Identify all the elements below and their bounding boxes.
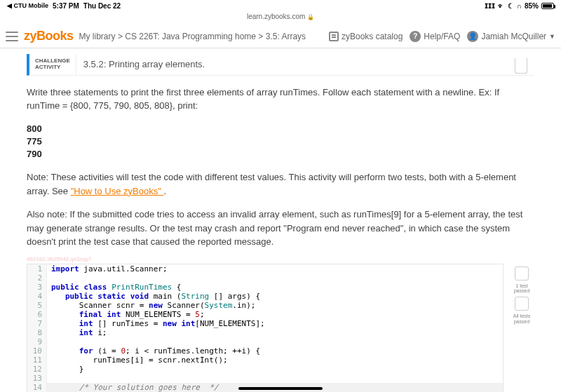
crumb-my-library[interactable]: My library bbox=[79, 32, 116, 41]
main-content: CHALLENGE ACTIVITY 3.5.2: Printing array… bbox=[0, 54, 561, 392]
code-editor[interactable]: 1import java.util.Scanner; 2 3public cla… bbox=[27, 264, 503, 392]
zybooks-logo[interactable]: zyBooks bbox=[24, 29, 74, 43]
return-to-app[interactable]: ◀ CTU Mobile bbox=[7, 2, 48, 9]
test-feedback: 1 testpassed All testspassed bbox=[509, 264, 534, 392]
signal-icon: 𝗜𝗜𝗜 bbox=[485, 2, 495, 10]
catalog-icon bbox=[329, 32, 339, 41]
chevron-down-icon: ▼ bbox=[549, 33, 555, 40]
activity-badge: CHALLENGE ACTIVITY bbox=[29, 54, 76, 75]
crumb-section[interactable]: 3.5: Arrays bbox=[266, 32, 306, 41]
sample-output: 800 775 790 bbox=[27, 123, 534, 161]
problem-intro: Write three statements to print the firs… bbox=[27, 86, 534, 113]
problem-note-1: Note: These activities will test the cod… bbox=[27, 170, 534, 198]
how-to-use-link[interactable]: "How to Use zyBooks" bbox=[71, 186, 164, 196]
crumb-sep: > bbox=[118, 32, 123, 41]
avatar-icon: 👤 bbox=[467, 31, 478, 42]
moon-icon: ☾ bbox=[508, 2, 514, 10]
help-icon: ? bbox=[410, 31, 421, 42]
test-pass-box-all bbox=[515, 297, 529, 311]
headphones-icon: ∩ bbox=[517, 2, 522, 10]
browser-url-bar[interactable]: learn.zybooks.com 🔒 bbox=[0, 11, 561, 25]
catalog-link[interactable]: zyBooks catalog bbox=[329, 32, 403, 41]
catalog-label: zyBooks catalog bbox=[342, 32, 403, 41]
help-label: Help/FAQ bbox=[424, 32, 460, 41]
help-link[interactable]: ? Help/FAQ bbox=[410, 31, 460, 42]
test-pass-label-all: All testspassed bbox=[513, 313, 531, 324]
url-host: learn.zybooks.com bbox=[247, 13, 305, 20]
activity-header: CHALLENGE ACTIVITY 3.5.2: Printing array… bbox=[27, 54, 534, 76]
home-indicator[interactable] bbox=[238, 387, 323, 390]
wifi-icon: ᯤ bbox=[498, 2, 505, 10]
lock-icon: 🔒 bbox=[307, 14, 314, 20]
test-pass-label-1: 1 testpassed bbox=[514, 283, 530, 294]
user-menu[interactable]: 👤 Jamiah McQuiller ▼ bbox=[467, 31, 555, 42]
test-pass-box-1 bbox=[515, 266, 529, 281]
problem-note-2: Also note: If the submitted code tries t… bbox=[27, 208, 534, 249]
status-date: Thu Dec 22 bbox=[83, 2, 121, 10]
crumb-sep: > bbox=[258, 32, 263, 41]
bookmark-icon[interactable] bbox=[515, 58, 527, 74]
menu-button[interactable] bbox=[6, 32, 18, 41]
code-area: 1import java.util.Scanner; 2 3public cla… bbox=[27, 264, 534, 392]
battery-pct: 85% bbox=[525, 2, 539, 10]
activity-title: 3.5.2: Printing array elements. bbox=[76, 59, 205, 69]
user-name: Jamiah McQuiller bbox=[481, 32, 546, 41]
status-time: 5:37 PM bbox=[53, 2, 79, 10]
top-nav: zyBooks My library > CS 226T: Java Progr… bbox=[0, 25, 561, 48]
battery-icon bbox=[541, 3, 554, 9]
breadcrumb: My library > CS 226T: Java Programming h… bbox=[79, 32, 323, 41]
status-bar: ◀ CTU Mobile 5:37 PM Thu Dec 22 𝗜𝗜𝗜 ᯤ ☾ … bbox=[0, 0, 561, 11]
crumb-course-home[interactable]: CS 226T: Java Programming home bbox=[125, 32, 256, 41]
watermark: 462182.2625542.qx3zqy7 bbox=[27, 256, 534, 262]
